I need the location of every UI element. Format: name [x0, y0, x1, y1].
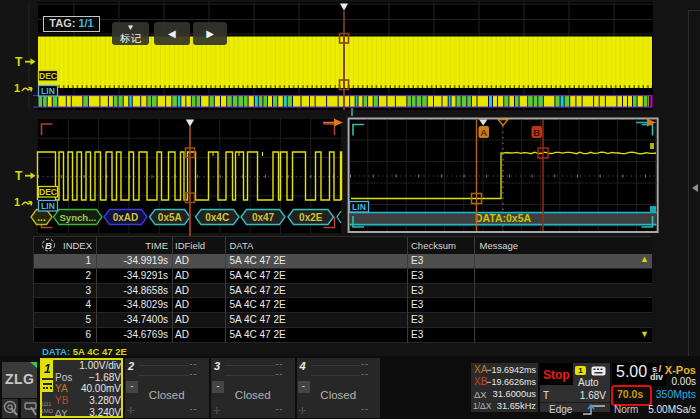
- svg-text:0xAD: 0xAD: [113, 212, 139, 223]
- svg-text:0x5A: 0x5A: [158, 212, 182, 223]
- svg-text:LIN: LIN: [41, 86, 55, 96]
- svg-text:DATA:0x5A: DATA:0x5A: [475, 212, 532, 224]
- svg-text:...: ...: [37, 212, 46, 223]
- svg-text:B: B: [533, 127, 540, 138]
- svg-text:1: 1: [14, 82, 20, 94]
- svg-text:LIN: LIN: [352, 202, 366, 212]
- svg-text:DEC: DEC: [39, 71, 57, 81]
- svg-text:LIN: LIN: [41, 201, 55, 211]
- svg-text:DEC: DEC: [39, 187, 57, 197]
- svg-text:0x4C: 0x4C: [205, 212, 229, 223]
- svg-text:T: T: [15, 169, 23, 183]
- svg-text:T: T: [15, 55, 23, 69]
- svg-text:Synch...: Synch...: [59, 212, 96, 223]
- svg-text:0x2E: 0x2E: [299, 212, 323, 223]
- svg-text:0x47: 0x47: [252, 212, 275, 223]
- svg-text:A: A: [480, 127, 487, 138]
- svg-text:1: 1: [14, 196, 20, 208]
- svg-text:B: B: [45, 240, 52, 251]
